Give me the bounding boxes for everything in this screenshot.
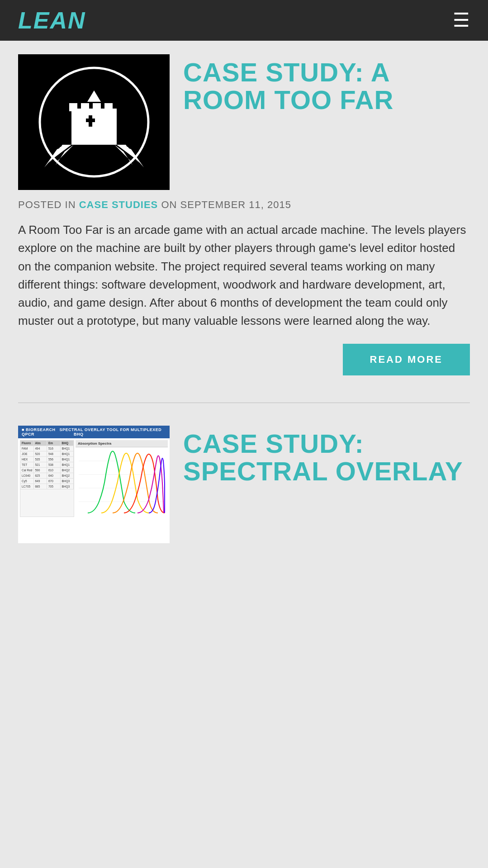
hamburger-menu-icon[interactable]: ☰ [453,11,470,30]
article-room-too-far: CASE STUDY: A ROOM TOO FAR POSTED IN CAS… [18,54,470,394]
svg-rect-4 [93,103,101,111]
table-row: LC640 625 640 BHQ2 [20,473,74,479]
svg-rect-3 [81,103,89,111]
meta-suffix: ON SEPTEMBER 11, 2015 [161,199,291,210]
col-header-abs: Abs [34,441,47,446]
svg-rect-1 [71,109,117,145]
article-divider [18,403,470,403]
article-title-2: CASE STUDY: SPECTRAL OVERLAY [183,430,470,485]
article-image [35,63,153,181]
table-row: TET 521 538 BHQ1 [20,462,74,468]
meta-prefix: POSTED IN [18,199,76,210]
chart-header-text: ■ BIORSEARCH SPECTRAL OVERLAY TOOL FOR M… [22,427,166,436]
site-logo[interactable]: LEAN [18,7,86,34]
chart-header-bar: ■ BIORSEARCH SPECTRAL OVERLAY TOOL FOR M… [18,426,170,438]
article-body: A Room Too Far is an arcade game with an… [18,221,470,330]
article-title-block: CASE STUDY: A ROOM TOO FAR [183,54,470,114]
chart-right-panel: Absorption Spectra [76,440,168,517]
table-row: JOE 520 548 BHQ1 [20,451,74,457]
site-header: LEAN ☰ [0,0,488,41]
table-row: HEX 535 556 BHQ1 [20,457,74,462]
article-header: CASE STUDY: A ROOM TOO FAR [18,54,470,190]
svg-rect-7 [86,119,95,122]
col-header-em: Em [47,441,61,446]
article-thumbnail [18,54,170,190]
table-row: Cal Red 590 610 BHQ2 [20,468,74,473]
col-header-bhq: BHQ [61,441,74,446]
read-more-button[interactable]: READ MORE [343,344,470,375]
article-title: CASE STUDY: A ROOM TOO FAR [183,59,470,114]
article-title-block-2: CASE STUDY: SPECTRAL OVERLAY [183,426,470,485]
svg-rect-5 [104,103,113,111]
chart-body: Fluoro Abs Em BHQ FAM 494 516 BHQ1 J [18,438,170,519]
read-more-container: READ MORE [18,344,470,375]
article-spectral-overlay: ■ BIORSEARCH SPECTRAL OVERLAY TOOL FOR M… [18,421,470,543]
table-row: Cy5 649 670 BHQ3 [20,479,74,484]
svg-marker-16 [87,90,101,102]
chart-title: Absorption Spectra [76,440,168,447]
spectral-chart-thumbnail: ■ BIORSEARCH SPECTRAL OVERLAY TOOL FOR M… [18,426,170,543]
table-row: LC705 685 705 BHQ3 [20,484,74,489]
svg-rect-2 [69,103,77,111]
col-header-fluorophore: Fluoro [20,441,34,446]
chart-table-header-row: Fluoro Abs Em BHQ [20,441,74,446]
table-row: FAM 494 516 BHQ1 [20,446,74,451]
spectral-chart-svg [76,447,168,515]
article-category-link[interactable]: CASE STUDIES [79,199,158,210]
main-content: CASE STUDY: A ROOM TOO FAR POSTED IN CAS… [0,41,488,557]
chart-left-panel: Fluoro Abs Em BHQ FAM 494 516 BHQ1 J [20,440,74,517]
article-header-2: ■ BIORSEARCH SPECTRAL OVERLAY TOOL FOR M… [18,426,470,543]
article-meta: POSTED IN CASE STUDIES ON SEPTEMBER 11, … [18,199,470,211]
